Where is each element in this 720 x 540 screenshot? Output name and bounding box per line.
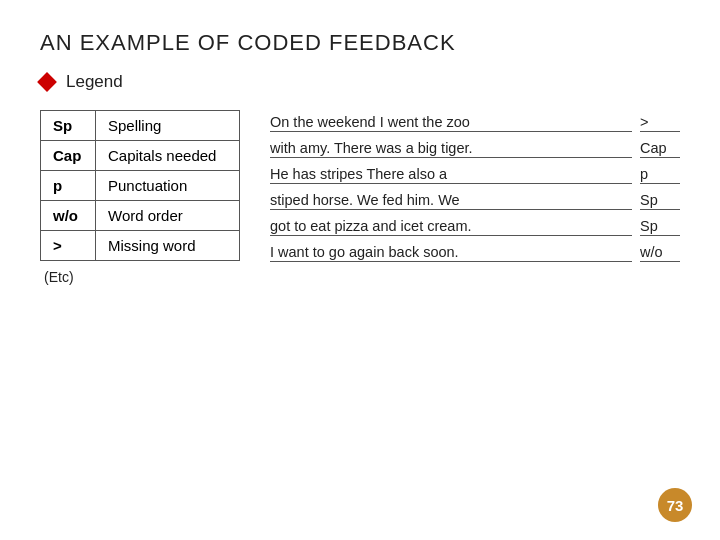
feedback-code: Sp [640,192,680,210]
feedback-code: > [640,114,680,132]
feedback-text: with amy. There was a big tiger. [270,136,632,158]
feedback-code: p [640,166,680,184]
table-row: >Missing word [41,231,240,261]
table-cell-code: w/o [41,201,96,231]
table-row: CapCapitals needed [41,141,240,171]
table-cell-code: > [41,231,96,261]
table-cell-description: Punctuation [96,171,240,201]
legend-row: Legend [40,72,680,92]
feedback-text: stiped horse. We fed him. We [270,188,632,210]
feedback-code: w/o [640,244,680,262]
table-cell-description: Capitals needed [96,141,240,171]
table-cell-description: Word order [96,201,240,231]
feedback-line: On the weekend I went the zoo> [270,110,680,134]
feedback-text: got to eat pizza and icet cream. [270,214,632,236]
feedback-text: On the weekend I went the zoo [270,110,632,132]
feedback-text: He has stripes There also a [270,162,632,184]
legend-table: SpSpellingCapCapitals neededpPunctuation… [40,110,240,261]
feedback-code: Sp [640,218,680,236]
content-area: SpSpellingCapCapitals neededpPunctuation… [40,110,680,285]
feedback-line: stiped horse. We fed him. WeSp [270,188,680,212]
title-part3: Feedback [329,30,456,55]
title-part1: An example of [40,30,230,55]
legend-label: Legend [66,72,123,92]
feedback-code: Cap [640,140,680,158]
table-row: pPunctuation [41,171,240,201]
feedback-line: got to eat pizza and icet cream.Sp [270,214,680,238]
table-cell-code: p [41,171,96,201]
title-part2: Coded [237,30,321,55]
table-row: SpSpelling [41,111,240,141]
feedback-line: He has stripes There also ap [270,162,680,186]
table-cell-code: Sp [41,111,96,141]
feedback-section: On the weekend I went the zoo>with amy. … [270,110,680,266]
legend-section: SpSpellingCapCapitals neededpPunctuation… [40,110,240,285]
page-title: An example of Coded Feedback [40,30,680,56]
page: An example of Coded Feedback Legend SpSp… [0,0,720,540]
table-cell-description: Spelling [96,111,240,141]
feedback-line: with amy. There was a big tiger.Cap [270,136,680,160]
table-cell-code: Cap [41,141,96,171]
legend-diamond-icon [37,72,57,92]
table-row: w/oWord order [41,201,240,231]
feedback-line: I want to go again back soon.w/o [270,240,680,264]
page-number-badge: 73 [658,488,692,522]
etc-label: (Etc) [40,269,240,285]
table-cell-description: Missing word [96,231,240,261]
feedback-text: I want to go again back soon. [270,240,632,262]
